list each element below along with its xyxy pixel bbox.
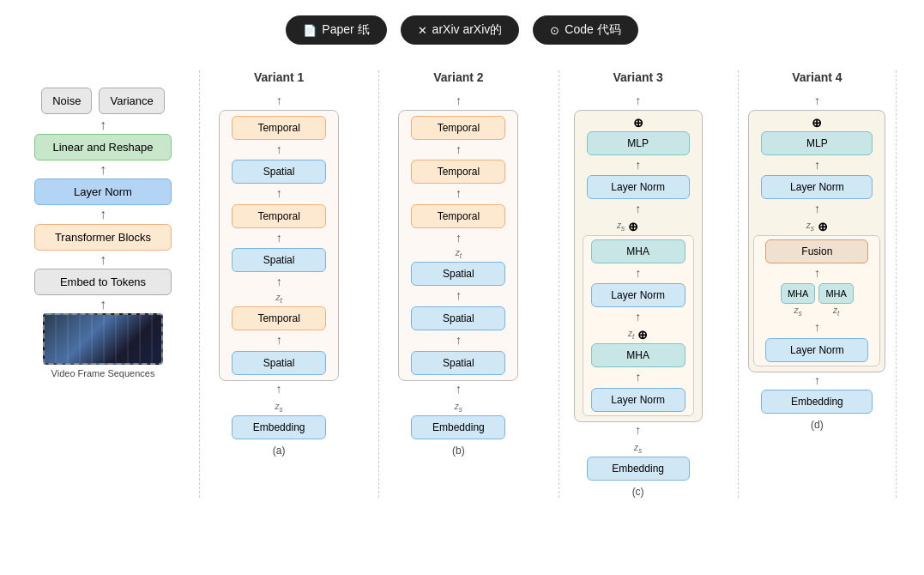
layer-norm-label: Layer Norm	[74, 185, 132, 198]
v4-zt-sm-label: zt	[833, 306, 839, 318]
architecture-column: Noise Variance ↑ Linear and Reshape ↑ La…	[17, 62, 189, 378]
v3-layernorm-top-label: Layer Norm	[611, 181, 665, 193]
v3-oplus-1: ⊕	[633, 116, 643, 130]
code-button[interactable]: ⊙ Code 代码	[533, 15, 637, 45]
v2-zt-row: zt	[456, 248, 462, 260]
v3-inner-box: MHA ↑ Layer Norm ↑ zt ⊕ MHA ↑	[583, 235, 694, 416]
variance-box: Variance	[99, 88, 164, 114]
v4-mha-t: MHA	[818, 283, 853, 304]
v3-embedding: Embedding	[587, 457, 690, 481]
v1-a2: ↑	[276, 332, 282, 349]
paper-button[interactable]: 📄 Paper 纸	[286, 15, 386, 45]
code-label: Code 代码	[565, 22, 620, 38]
variant-4-outer-box: ⊕ MLP ↑ Layer Norm ↑ zs ⊕ Fusion	[748, 110, 885, 372]
v4-inner-box: Fusion ↑ MHA zs MHA	[753, 235, 880, 366]
v3-a6: ↑	[635, 157, 641, 174]
linear-reshape-box: Linear and Reshape	[34, 134, 172, 160]
v3-arrow-zs: ↑zs	[634, 422, 642, 457]
code-icon: ⊙	[550, 24, 559, 37]
v2-temporal-5: Temporal	[411, 160, 505, 184]
v4-a3: ↑	[814, 319, 820, 336]
v1-temporal-4: Temporal	[232, 204, 326, 228]
v3-mha-bot-label: MHA	[626, 349, 649, 361]
v4-arrow-bot: ↑	[814, 372, 820, 390]
v1-a6: ↑	[276, 142, 282, 159]
v4-layernorm-top: Layer Norm	[761, 175, 873, 199]
v2-a3: ↑	[456, 288, 462, 305]
embed-tokens-box: Embed to Tokens	[34, 269, 172, 295]
variant-2-column: Variant 2 ↑ Temporal ↑ Temporal ↑ Tempor…	[378, 70, 537, 498]
arrow-5: ↑	[100, 296, 106, 312]
v2-zt-label: zt	[456, 248, 462, 260]
variant-4-title: Variant 4	[792, 70, 842, 84]
variant-2-title: Variant 2	[433, 70, 483, 84]
v1-arrow-top: ↑	[276, 93, 282, 110]
v4-mha-s: MHA	[781, 283, 815, 304]
v1-temporal-6: Temporal	[232, 116, 326, 140]
v3-layernorm-bot-label: Layer Norm	[611, 394, 665, 406]
v4-oplus-1: ⊕	[812, 116, 822, 130]
v1-zt-label: zt	[275, 293, 281, 305]
v2-spatial-1: Spatial	[411, 351, 505, 375]
v1-embedding-label: Embedding	[253, 421, 305, 433]
noise-label: Noise	[52, 94, 81, 107]
v3-layernorm-mid: Layer Norm	[591, 283, 685, 307]
paper-icon: 📄	[303, 24, 317, 37]
v1-spatial-3: Spatial	[232, 248, 326, 272]
paper-label: Paper 纸	[322, 22, 369, 38]
v3-mha-top: MHA	[591, 239, 685, 263]
v1-a5: ↑	[276, 185, 282, 203]
v4-embedding: Embedding	[761, 390, 873, 414]
arxiv-label: arXiv arXiv的	[432, 22, 503, 38]
v4-zs-sm-label: zs	[794, 306, 802, 318]
arxiv-button[interactable]: ✕ arXiv arXiv的	[401, 15, 520, 45]
v1-spatial-1: Spatial	[232, 351, 326, 375]
v3-arrow-top: ↑	[635, 93, 641, 110]
variant-1-title: Variant 1	[254, 70, 304, 84]
v3-caption: (c)	[632, 486, 644, 498]
v4-oplus-top: ⊕	[812, 116, 822, 130]
v1-arrow-zs: ↑zs	[275, 381, 283, 415]
v2-a6: ↑	[456, 142, 462, 159]
arrow-4: ↑	[100, 251, 106, 268]
v2-arrow-top: ↑	[456, 93, 462, 110]
v1-a4: ↑	[276, 230, 282, 247]
v2-temporal-4: Temporal	[411, 204, 505, 228]
v1-a3: ↑	[276, 274, 282, 291]
v1-caption: (a)	[273, 445, 286, 457]
v2-spatial-2: Spatial	[411, 306, 505, 330]
v1-spatial-5: Spatial	[232, 160, 326, 184]
v4-mha-s-label: MHA	[788, 288, 808, 299]
video-caption: Video Frame Sequences	[51, 368, 155, 378]
v4-oplus-2: ⊕	[818, 220, 828, 233]
v4-a6: ↑	[814, 157, 820, 174]
v4-mlp: MLP	[761, 131, 873, 155]
v4-fusion: Fusion	[765, 239, 868, 263]
v4-zs-label: zs	[806, 221, 814, 233]
v2-a5: ↑	[456, 185, 462, 203]
v4-mha-t-label: MHA	[825, 288, 846, 299]
v3-mha-top-label: MHA	[626, 245, 649, 257]
v3-oplus-2: ⊕	[628, 220, 638, 233]
v4-zs-oplus: zs ⊕	[806, 220, 828, 233]
v3-embedding-label: Embedding	[612, 463, 664, 475]
v4-arrow-top: ↑	[814, 93, 820, 110]
v3-a3: ↑	[635, 309, 641, 326]
variant-2-outer-box: Temporal ↑ Temporal ↑ Temporal ↑ zt Spat…	[398, 110, 518, 381]
v2-embedding: Embedding	[411, 415, 505, 439]
v3-layernorm-bot: Layer Norm	[591, 388, 685, 412]
top-buttons-bar: 📄 Paper 纸 ✕ arXiv arXiv的 ⊙ Code 代码	[0, 0, 924, 53]
arxiv-icon: ✕	[418, 24, 427, 37]
variant-3-outer-box: ⊕ MLP ↑ Layer Norm ↑ zs ⊕ MHA	[574, 110, 703, 422]
v1-zt-row: zt	[275, 293, 281, 305]
v3-oplus-mlp: ⊕	[633, 116, 643, 130]
v3-a2: ↑	[635, 369, 641, 386]
v4-layernorm-top-label: Layer Norm	[790, 181, 844, 193]
transformer-blocks-box: Transformer Blocks	[34, 224, 172, 251]
embed-tokens-label: Embed to Tokens	[60, 275, 146, 288]
v2-spatial-3: Spatial	[411, 262, 505, 286]
v3-a5: ↑	[635, 201, 641, 218]
v3-a4: ↑	[635, 265, 641, 282]
v4-a5: ↑	[814, 201, 820, 218]
transformer-blocks-label: Transformer Blocks	[55, 231, 151, 244]
